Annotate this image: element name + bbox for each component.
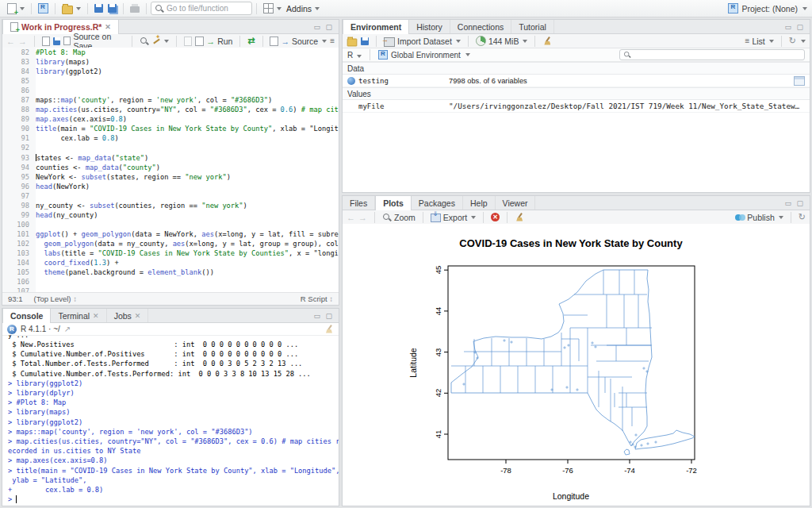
tab-viewer[interactable]: Viewer	[496, 196, 536, 210]
document-outline-icon[interactable]: ≡	[330, 37, 335, 45]
source-toolbar: ← → Source on Save →Run ⇄ →Source ≡	[2, 34, 339, 48]
export-plot-button[interactable]: Export	[431, 212, 476, 222]
source-tabstrip: Work in Progress.R* ✕ ▭ ▢	[2, 20, 339, 34]
import-dataset-button[interactable]: Import Dataset	[384, 36, 461, 47]
scope-indicator[interactable]: (Top Level) ↕	[34, 294, 77, 303]
code-editor[interactable]: 82#Plot 8: Map 83library(maps) 84library…	[2, 48, 339, 293]
source-arrow-icon: →	[281, 37, 289, 46]
tab-help[interactable]: Help	[463, 196, 496, 210]
code-line: 91 cex.lab = 0.8)	[2, 133, 339, 143]
r-file-icon	[10, 22, 18, 32]
project-menu[interactable]: Project: (None)	[728, 3, 807, 13]
environment-search-input[interactable]	[619, 49, 805, 60]
new-file-button[interactable]	[5, 2, 27, 15]
code-line: 101ggplot() + geom_polygon(data = NewYor…	[2, 229, 339, 239]
code-tools-icon[interactable]	[151, 37, 160, 46]
popout-icon[interactable]	[42, 37, 50, 46]
save-doc-icon[interactable]	[53, 37, 60, 45]
print-button[interactable]	[128, 4, 142, 13]
load-workspace-icon[interactable]	[347, 38, 358, 46]
code-line: 88map.cities(us.cities, country="NY", co…	[2, 105, 339, 114]
back-icon[interactable]: ←	[6, 37, 15, 46]
tab-terminal[interactable]: Terminal✕	[51, 309, 106, 322]
project-cube-icon	[38, 3, 48, 13]
console-line: > title(main = "COVID-19 Cases in New Yo…	[8, 466, 339, 475]
refresh-plot-icon[interactable]: ↻	[799, 212, 806, 222]
run-button[interactable]: →Run	[195, 37, 232, 46]
y-axis-label: Latitude	[408, 348, 418, 378]
county-borders	[451, 270, 652, 431]
environment-context-row: R Global Environment	[343, 48, 810, 62]
previous-plot-icon[interactable]: ←	[347, 213, 355, 222]
tab-history[interactable]: History	[409, 20, 450, 33]
open-file-button[interactable]	[59, 2, 83, 15]
new-project-button[interactable]	[36, 2, 51, 14]
language-selector[interactable]: R	[347, 51, 362, 60]
pane-minmax-icons[interactable]: ▭ ▢	[313, 23, 339, 31]
y-tick-label: 42	[434, 389, 442, 398]
new-file-icon	[7, 3, 17, 14]
addins-button[interactable]: Addins	[284, 3, 322, 14]
pane-minmax-icons[interactable]: ▭ ▢	[313, 312, 339, 320]
source-button[interactable]: →Source	[270, 37, 327, 46]
clear-console-icon[interactable]	[324, 325, 334, 334]
console-line: > library(maps)	[8, 407, 339, 417]
code-line: 104 coord_fixed(1.3) +	[2, 258, 339, 267]
memory-usage-button[interactable]: 144 MiB	[476, 36, 528, 46]
environment-object-row[interactable]: testing7998 obs. of 6 variables	[343, 75, 810, 87]
console-line: $ Total.Number.of.Tests.Performed : int …	[8, 359, 339, 368]
tab-files[interactable]: Files	[343, 196, 375, 210]
pane-minmax-icons[interactable]: ▭ ▢	[784, 23, 810, 31]
environment-object-row[interactable]: myFile"/Users/irvinggonzalez/Desktop/Fal…	[343, 100, 810, 113]
x-axis-label: Longitude	[553, 491, 589, 501]
remove-plot-icon[interactable]: ✕	[491, 213, 500, 221]
rerun-icon[interactable]: ⇄	[247, 36, 255, 46]
pane-layout-button[interactable]	[261, 2, 284, 14]
clear-plots-icon[interactable]	[515, 213, 524, 222]
find-icon[interactable]	[140, 37, 148, 46]
console-line: $ Cumulative.Number.of.Tests.Performed: …	[8, 369, 339, 379]
tab-console[interactable]: Console	[2, 309, 51, 323]
console-pane: Console Terminal✕ Jobs✕ ▭ ▢ R R 4.1.1 · …	[2, 308, 339, 506]
close-tab-icon[interactable]: ✕	[105, 23, 111, 31]
code-line: 103 labs(title = "COVID-19 Cases in New …	[2, 248, 339, 258]
tab-jobs[interactable]: Jobs✕	[107, 309, 149, 322]
save-workspace-icon[interactable]	[361, 37, 369, 45]
goto-file-input[interactable]: Go to file/function	[151, 2, 252, 15]
save-button[interactable]	[92, 3, 105, 13]
tab-packages[interactable]: Packages	[412, 196, 463, 210]
environment-selector[interactable]: Global Environment	[378, 50, 470, 60]
clear-environment-icon[interactable]	[542, 37, 552, 46]
code-line: 82#Plot 8: Map	[2, 48, 339, 57]
console-line: > library(dplyr)	[8, 388, 339, 398]
pane-minmax-icons[interactable]: ▭ ▢	[784, 199, 810, 207]
environment-section-header: Values	[343, 87, 810, 100]
console-output[interactable]: y ... $ New.Positives : int 0 0 0 0 0 0 …	[2, 335, 339, 506]
source-statusbar: 93:1 (Top Level) ↕ R Script ↕	[2, 292, 339, 305]
view-data-icon[interactable]	[794, 76, 805, 86]
source-box-icon	[270, 37, 278, 46]
zoom-plot-button[interactable]: Zoom	[382, 213, 416, 222]
next-plot-icon[interactable]: →	[358, 213, 367, 222]
print-icon	[130, 6, 140, 13]
code-line: 83library(maps)	[2, 57, 339, 67]
list-icon: ≡	[745, 37, 750, 45]
console-line: ylab = "Latitude",	[8, 475, 339, 485]
ny-state-map	[451, 270, 695, 455]
file-type-indicator[interactable]: R Script ↕	[301, 294, 333, 303]
compile-report-icon[interactable]	[184, 37, 192, 46]
save-all-button[interactable]	[105, 3, 119, 13]
x-tick-label: -72	[686, 466, 697, 475]
publish-button[interactable]: Publish	[735, 213, 783, 222]
refresh-icon[interactable]: ↻	[789, 36, 796, 46]
forward-icon[interactable]: →	[18, 37, 27, 46]
ny-county-map-plot: COVID-19 Cases in New York State by Coun…	[343, 224, 810, 506]
tab-plots[interactable]: Plots	[375, 196, 412, 210]
tab-tutorial[interactable]: Tutorial	[511, 20, 554, 33]
cursor-position: 93:1	[8, 294, 23, 303]
list-view-button[interactable]: ≡List	[745, 37, 774, 46]
export-icon	[431, 214, 441, 222]
tab-environment[interactable]: Environment	[343, 20, 409, 34]
tab-connections[interactable]: Connections	[450, 20, 511, 33]
city-points	[463, 340, 657, 448]
